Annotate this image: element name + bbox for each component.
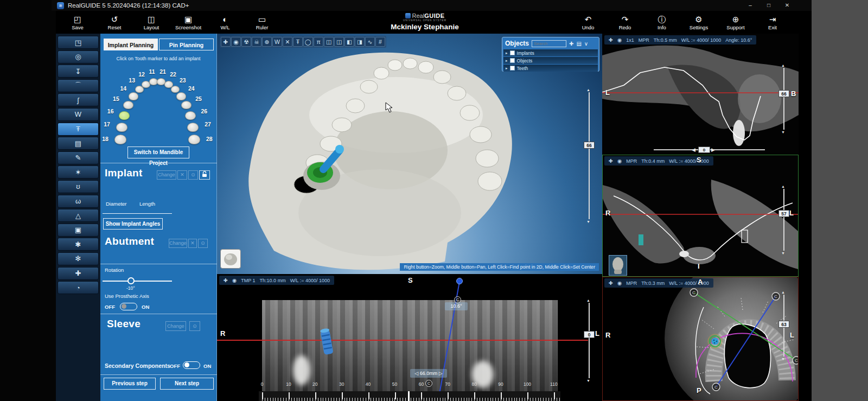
step-left-arrow[interactable]: ◁ <box>414 371 419 376</box>
tool-arch-section-2-button[interactable]: ◫ <box>334 37 344 47</box>
objects-item-implants[interactable]: ▸Implants <box>503 49 598 56</box>
tool-pan-button[interactable]: ✚ <box>221 37 231 47</box>
implant-change-button[interactable]: Change <box>157 170 176 180</box>
rotation-slider-knob[interactable] <box>127 277 135 284</box>
section-line-drag-handle[interactable] <box>457 278 463 284</box>
slider-handle[interactable]: 66 <box>778 90 789 97</box>
tooth-marker-26[interactable] <box>185 111 196 120</box>
sidebar-item-panoramic-curve[interactable]: ⌒ <box>58 79 99 92</box>
prosthetic-axis-toggle[interactable] <box>120 303 137 310</box>
toolbar-undo-button[interactable]: ↶Undo <box>570 11 607 34</box>
step-right-arrow[interactable]: ▷ <box>437 371 442 376</box>
slider-track[interactable] <box>589 303 590 378</box>
next-step-button[interactable]: Next step <box>160 378 214 390</box>
slider-up-arrow[interactable]: ▲ <box>586 88 590 92</box>
tool-implant-button[interactable]: Ŧ <box>293 37 303 47</box>
implant-pano-marker[interactable] <box>320 328 334 355</box>
tool-abutment-button[interactable]: π <box>314 37 323 47</box>
sidebar-item-components[interactable]: ✱ <box>58 238 99 251</box>
axial-slice-slider[interactable]: ▲ 63 ▼ <box>778 290 789 361</box>
tool-clip-plane-button[interactable]: ◧ <box>344 37 354 47</box>
toolbar-redo-button[interactable]: ↷Redo <box>607 11 643 34</box>
snapshot-icon[interactable]: ◉ <box>232 277 237 283</box>
panoramic-view[interactable]: C 10.6° ◁ 66.0mm ▷ C S R L 0102030405060… <box>217 274 602 401</box>
toolbar-settings-button[interactable]: ⚙Settings <box>680 11 717 34</box>
snapshot-icon[interactable]: ◉ <box>617 37 622 43</box>
toolbar-reset-button[interactable]: ↺Reset <box>96 11 133 34</box>
expand-icon[interactable]: ▸ <box>506 51 508 55</box>
toolbar-ruler-button[interactable]: ▭Ruler <box>244 11 280 34</box>
abutment-change-button[interactable]: Change <box>169 239 187 248</box>
sidebar-item-export-disc[interactable]: ◔ <box>58 281 99 294</box>
tool-tooth-button[interactable]: W <box>272 37 282 47</box>
sleeve-visibility-button[interactable]: ⊙ <box>189 321 200 331</box>
toolbar-wl-button[interactable]: ◐W/L <box>207 11 244 34</box>
toolbar-info-button[interactable]: ⓘInfo <box>643 11 680 34</box>
slider-down-arrow[interactable]: ▼ <box>586 379 590 383</box>
move-view-icon[interactable]: ✚ <box>609 37 613 43</box>
objects-search-input[interactable] <box>532 40 566 47</box>
tool-section-plane-button[interactable]: ◨ <box>355 37 365 47</box>
coronal-view[interactable]: ✚ ◉ MPRTh:0.4 mmW/L := 4000/ 1000 S R L … <box>602 155 812 277</box>
tool-snapshot-button[interactable]: ◉ <box>231 37 241 47</box>
move-view-icon[interactable]: ✚ <box>224 277 228 283</box>
sagittal-horizontal-slider[interactable]: ◀ 0 ▶ <box>654 147 765 153</box>
abutment-visibility-button[interactable]: ⊙ <box>198 239 208 248</box>
tooth-marker-14[interactable] <box>129 92 138 100</box>
expand-icon[interactable]: ▸ <box>506 59 508 63</box>
move-panel-icon[interactable]: ✚ <box>569 41 573 47</box>
rotation-slider[interactable] <box>103 281 172 282</box>
sidebar-item-import[interactable]: ↧ <box>58 65 99 78</box>
sidebar-item-model-shapes[interactable]: △ <box>58 209 99 222</box>
tooth-marker-15[interactable] <box>123 101 133 110</box>
move-view-icon[interactable]: ✚ <box>609 158 613 164</box>
tool-sleeve-button[interactable]: ◯ <box>303 37 313 47</box>
toolbar-layout-button[interactable]: ◫Layout <box>133 11 170 34</box>
slider-up-arrow[interactable]: ▲ <box>781 184 785 188</box>
tooth-marker-27[interactable] <box>187 123 199 132</box>
sidebar-item-volume-render[interactable]: ◎ <box>58 50 99 63</box>
slider-handle[interactable]: 0 <box>698 147 710 153</box>
toolbar-exit-button[interactable]: ⇥Exit <box>754 11 791 34</box>
ruler-position-marker[interactable] <box>408 391 410 401</box>
move-view-icon[interactable]: ✚ <box>609 280 613 286</box>
tooth-marker-25[interactable] <box>181 101 192 110</box>
slider-track[interactable] <box>783 68 784 130</box>
axial-view[interactable]: CCCC ✚ ◉ MPRTh:0.3 mmW/L := 4000/ 1000 A… <box>602 277 812 401</box>
maximize-button[interactable]: □ <box>760 1 778 10</box>
sidebar-item-nerve-tracing[interactable]: ʃ <box>58 93 99 106</box>
objects-item-objects[interactable]: ▸Objects <box>503 57 598 64</box>
tool-orientation-button[interactable]: ⊕ <box>262 37 272 47</box>
patient-head-thumbnail[interactable] <box>609 255 627 276</box>
snapshot-icon[interactable]: ◉ <box>617 280 622 286</box>
sidebar-item-report[interactable]: ▤ <box>58 137 99 150</box>
sidebar-item-implant-planning[interactable]: Ŧ <box>58 123 99 136</box>
minimize-button[interactable]: – <box>741 1 760 10</box>
sagittal-view[interactable]: ✚ ◉ 1x1MPRTh:0.5 mmW/L := 4000/ 1000Angl… <box>602 34 812 155</box>
expand-icon[interactable]: ▸ <box>506 66 508 71</box>
secondary-components-toggle[interactable] <box>183 361 200 369</box>
close-button[interactable]: ✕ <box>778 1 796 10</box>
slider-right-arrow[interactable]: ▶ <box>711 147 715 153</box>
tool-arch-section-button[interactable]: ◫ <box>324 37 334 47</box>
slider-down-arrow[interactable]: ▼ <box>781 251 785 255</box>
visibility-checkbox[interactable] <box>510 50 515 55</box>
tooth-marker-17[interactable] <box>116 123 127 132</box>
tooth-marker-24[interactable] <box>176 92 186 100</box>
sidebar-item-prescription[interactable]: ✎ <box>58 151 99 164</box>
slider-up-arrow[interactable]: ▲ <box>781 290 785 294</box>
sidebar-item-wand-tool[interactable]: ✶ <box>58 166 99 179</box>
slider-up-arrow[interactable]: ▲ <box>586 298 590 302</box>
switch-to-mandible-button[interactable]: Switch to Mandible Project <box>127 147 189 158</box>
implant-lock-button[interactable] <box>199 170 210 180</box>
slider-down-arrow[interactable]: ▼ <box>781 357 785 361</box>
toolbar-screenshot-button[interactable]: ▣Screenshot <box>170 11 207 34</box>
visibility-checkbox[interactable] <box>510 66 515 71</box>
slider-handle[interactable]: 57 <box>778 210 789 217</box>
sidebar-item-denture[interactable]: ω <box>58 195 99 208</box>
tool-delete-button[interactable]: ✕ <box>283 37 292 47</box>
snapshot-icon[interactable]: ◉ <box>617 158 622 164</box>
coronal-slice-slider[interactable]: ▲ 57 ▼ <box>778 184 789 255</box>
sidebar-item-tooth-setup[interactable]: W <box>58 108 99 121</box>
tool-skull-button[interactable]: ☠ <box>252 37 261 47</box>
